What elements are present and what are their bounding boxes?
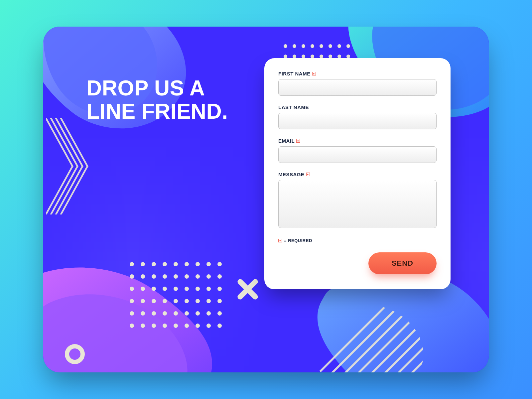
message-input[interactable] [278, 180, 437, 228]
svg-line-16 [346, 336, 426, 372]
email-field: EMAIL [278, 138, 437, 163]
contact-form-panel: FIRST NAME LAST NAME EMAIL [264, 58, 451, 289]
required-icon [306, 173, 310, 176]
message-label-text: MESSAGE [278, 172, 305, 177]
required-icon [312, 72, 316, 75]
last-name-label: LAST NAME [278, 104, 437, 110]
message-label: MESSAGE [278, 172, 437, 177]
last-name-input[interactable] [278, 113, 437, 129]
hatch-bottom-right-icon [309, 299, 426, 372]
send-button[interactable]: SEND [368, 252, 437, 274]
svg-line-8 [309, 299, 409, 372]
required-icon [296, 139, 300, 143]
last-name-label-text: LAST NAME [278, 104, 309, 110]
required-note: = REQUIRED [278, 238, 437, 243]
heading-line-1: DROP US A [86, 76, 205, 100]
required-icon [278, 239, 282, 242]
email-label-text: EMAIL [278, 138, 295, 144]
stripes-left-icon [46, 118, 89, 214]
first-name-label-text: FIRST NAME [278, 71, 311, 76]
dot-grid-mid-icon [126, 259, 246, 332]
first-name-input[interactable] [278, 79, 437, 96]
message-field: MESSAGE [278, 172, 437, 229]
form-footer: SEND [278, 252, 437, 274]
svg-line-9 [309, 299, 416, 372]
last-name-field: LAST NAME [278, 104, 437, 129]
first-name-label: FIRST NAME [278, 71, 437, 76]
heading-line-2: LINE FRIEND. [86, 99, 228, 123]
required-note-text: = REQUIRED [284, 238, 312, 243]
ring-icon [65, 344, 85, 364]
contact-card: DROP US A LINE FRIEND. FIRST NAME LAST N… [43, 27, 489, 372]
svg-line-10 [309, 299, 422, 372]
first-name-field: FIRST NAME [278, 71, 437, 96]
email-input[interactable] [278, 146, 437, 163]
page-title: DROP US A LINE FRIEND. [86, 76, 228, 123]
email-label: EMAIL [278, 138, 437, 144]
x-icon [234, 276, 261, 303]
page-background: DROP US A LINE FRIEND. FIRST NAME LAST N… [0, 0, 532, 399]
